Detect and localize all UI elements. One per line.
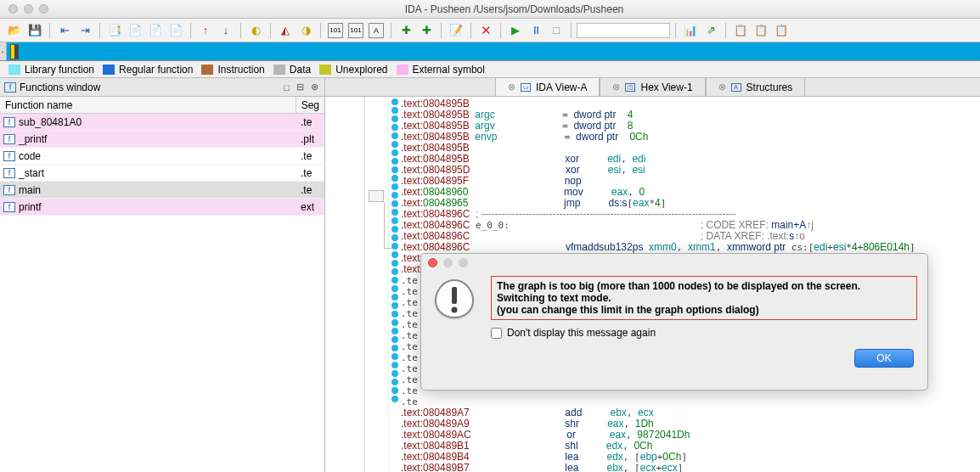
svg-point-1 (452, 307, 458, 313)
nav-up-icon[interactable]: ↑ (198, 23, 213, 38)
functions-columns: Function name Seg (0, 97, 324, 114)
legend-label-regular: Regular function (119, 64, 193, 76)
tab-close-icon[interactable]: ⊗ (508, 81, 515, 93)
nav-forward-icon[interactable]: ⇥ (77, 23, 93, 38)
nav-band-marker (10, 44, 19, 59)
tab-view-icon: ▭ (521, 83, 531, 92)
view-tabs: ⊗ ▭ IDA View-A ⊗ ◫ Hex View-1 ⊗ A Struct… (325, 78, 980, 97)
save-icon[interactable]: 💾 (27, 23, 42, 38)
toolbar-btn-p[interactable]: 📋 (733, 23, 748, 38)
tab-struct-icon: A (731, 83, 741, 92)
dialog-close-button[interactable] (428, 258, 437, 267)
legend-swatch-unexplored (319, 65, 331, 75)
function-icon: f (3, 117, 15, 127)
function-name: code (19, 150, 301, 162)
tab-ida-view-a[interactable]: ⊗ ▭ IDA View-A (495, 78, 600, 96)
function-row[interactable]: fsub_80481A0.te (0, 114, 324, 131)
window-minimize-button[interactable] (24, 4, 33, 14)
tab-hex-view-1[interactable]: ⊗ ◫ Hex View-1 (600, 78, 705, 96)
main-toolbar: 📂 💾 ⇤ ⇥ 📑 📄 📄 📄 ↑ ↓ ◐ ◭ ◑ 101 101 A ✚ ✚ … (0, 19, 980, 42)
dialog-line2: Switching to text mode. (497, 292, 911, 304)
functions-panel-title: Functions window (20, 81, 279, 93)
toolbar-btn-h[interactable]: 101 (328, 23, 343, 38)
legend-swatch-instruction (201, 65, 213, 75)
legend-bar: Library function Regular function Instru… (0, 61, 980, 78)
function-row[interactable]: fmain.te (0, 182, 324, 199)
open-icon[interactable]: 📂 (7, 23, 22, 38)
function-row[interactable]: f_printf.plt (0, 131, 324, 148)
toolbar-btn-l[interactable]: ✚ (419, 23, 434, 38)
function-icon: f (3, 202, 15, 212)
tab-structures[interactable]: ⊗ A Structures (706, 78, 806, 96)
stop-icon[interactable]: □ (549, 23, 564, 38)
toolbar-btn-b[interactable]: 📄 (127, 23, 143, 38)
ok-button[interactable]: OK (854, 349, 914, 368)
panel-minimize-icon[interactable]: ⊟ (296, 81, 304, 93)
window-title: IDA - Pusheen /Users/jsom/Downloads/Push… (48, 3, 980, 15)
window-zoom-button[interactable] (39, 4, 48, 14)
legend-label-data: Data (290, 64, 311, 76)
legend-label-library: Library function (25, 64, 94, 76)
toolbar-btn-c[interactable]: 📄 (148, 23, 163, 38)
legend-label-instruction: Instruction (217, 64, 264, 76)
toolbar-btn-j[interactable]: A (369, 23, 384, 38)
window-close-button[interactable] (8, 4, 18, 14)
toolbar-btn-q[interactable]: 📋 (753, 23, 769, 38)
graph-too-big-dialog: The graph is too big (more than 1000 nod… (420, 253, 928, 391)
toolbar-btn-r[interactable]: 📋 (774, 23, 789, 38)
delete-icon[interactable]: ✕ (478, 23, 493, 38)
toolbar-btn-n[interactable]: 📊 (683, 23, 698, 38)
warning-icon (431, 276, 477, 322)
tab-close-icon[interactable]: ⊗ (612, 81, 620, 93)
function-name: main (19, 184, 301, 196)
toolbar-btn-o[interactable]: ⇗ (703, 23, 718, 38)
functions-panel-header: f Functions window □ ⊟ ⊗ (0, 78, 324, 97)
toolbar-btn-m[interactable]: 📝 (448, 23, 464, 38)
col-function-name[interactable]: Function name (0, 97, 296, 113)
nav-down-icon[interactable]: ↓ (218, 23, 234, 38)
legend-swatch-external (397, 65, 408, 75)
function-name: sub_80481A0 (19, 116, 301, 128)
toolbar-btn-a[interactable]: 📑 (107, 23, 122, 38)
functions-list: fsub_80481A0.tef_printf.pltfcode.tef_sta… (0, 114, 324, 472)
suppress-checkbox-input[interactable] (491, 328, 502, 339)
pause-icon[interactable]: ⏸ (528, 23, 544, 38)
dialog-line3: (you can change this limit in the graph … (497, 304, 911, 316)
function-name: _printf (19, 133, 301, 145)
panel-restore-icon[interactable]: □ (284, 82, 290, 93)
function-name: printf (19, 201, 301, 213)
function-row[interactable]: fcode.te (0, 148, 324, 165)
graph-overview (365, 97, 389, 472)
toolbar-btn-i[interactable]: 101 (348, 23, 363, 38)
function-icon: f (3, 151, 15, 161)
functions-panel: f Functions window □ ⊟ ⊗ Function name S… (0, 78, 325, 472)
toolbar-btn-e[interactable]: ◐ (248, 23, 263, 38)
tab-label: IDA View-A (536, 81, 587, 93)
tab-close-icon[interactable]: ⊗ (718, 81, 726, 93)
run-icon[interactable]: ▶ (508, 23, 523, 38)
tab-hex-icon: ◫ (625, 83, 635, 92)
legend-swatch-library (8, 65, 20, 75)
col-segment[interactable]: Seg (296, 97, 324, 113)
toolbar-btn-g[interactable]: ◑ (298, 23, 313, 38)
function-segment: .te (301, 116, 324, 128)
legend-swatch-regular (103, 65, 115, 75)
window-controls (0, 4, 48, 14)
toolbar-btn-d[interactable]: 📄 (168, 23, 183, 38)
nav-band-handle[interactable]: ▸ (0, 42, 7, 60)
panel-close-icon[interactable]: ⊗ (311, 81, 318, 93)
dialog-titlebar (421, 254, 927, 271)
function-icon: f (3, 134, 15, 144)
nav-back-icon[interactable]: ⇤ (57, 23, 72, 38)
function-icon: f (3, 168, 15, 178)
navigation-band[interactable]: ▸ (0, 42, 980, 61)
dialog-suppress-checkbox[interactable]: Don't display this message again (491, 327, 917, 339)
toolbar-btn-k[interactable]: ✚ (398, 23, 414, 38)
toolbar-input[interactable] (577, 23, 670, 38)
dialog-line1: The graph is too big (more than 1000 nod… (497, 280, 911, 292)
function-row[interactable]: fprintfext (0, 199, 324, 216)
dialog-minimize-button (443, 258, 453, 267)
toolbar-btn-f[interactable]: ◭ (278, 23, 293, 38)
fold-dots (389, 97, 401, 472)
function-row[interactable]: f_start.te (0, 165, 324, 182)
